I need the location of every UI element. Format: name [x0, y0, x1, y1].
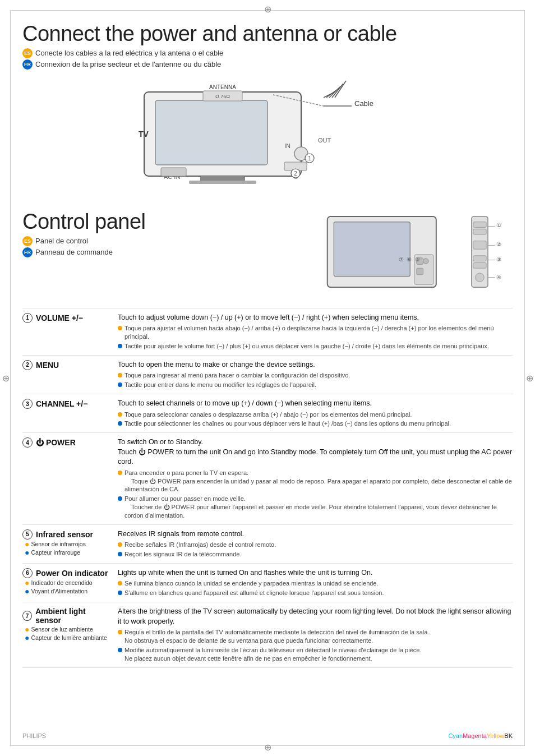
item-desc-es-text-infrared: Recibe señales IR (Infrarrojas) desde el… [124, 541, 276, 549]
item-desc-fr-menu: Tactile pour entrer dans le menu ou modi… [118, 381, 513, 389]
section1-connect-power: Connect the power and antenna or cable E… [22, 22, 513, 70]
item-row-channel: 3 CHANNEL +/− Touch to select channels o… [22, 394, 513, 432]
badge-es: ES [22, 48, 33, 58]
item-desc-es-power: Para encender o para poner la TV en espe… [118, 469, 513, 494]
item-desc-fr-text-volume: Tactile pour ajuster le volume fort (−) … [124, 342, 489, 351]
item-desc-main-infrared: Receives IR signals from remote control. [118, 529, 513, 540]
items-section: 1 VOLUME +/− Touch to adjust volume down… [22, 308, 513, 668]
cp-diagram: ⑦ ⑥ ⑤ ① ② ③ [322, 210, 513, 297]
section2-subtitle-es: ES Panel de control [22, 236, 311, 246]
item-title-infrared: Infrared sensor [36, 530, 93, 539]
item-desc-power-indicator: Lights up white when the unit is turned … [118, 568, 513, 597]
item-label-main-ambient: 7 Ambient light sensor [22, 607, 109, 625]
item-row-power: 4 ⏻ POWER To switch On or to Standby. To… [22, 432, 513, 524]
badge-fr: FR [22, 59, 33, 70]
item-desc-es-volume: Toque para ajustar el volumen hacia abaj… [118, 324, 513, 341]
dot-fr-power-indicator: ● [25, 587, 29, 595]
item-desc-channel: Touch to select channels or to move up (… [118, 399, 513, 428]
svg-point-32 [423, 259, 429, 264]
item-num-4: 4 [22, 437, 33, 448]
cp-text: Control panel ES Panel de control FR Pan… [22, 210, 311, 297]
item-label-main-menu: 2 MENU [22, 360, 109, 370]
item-desc-fr-text-power-indicator: S'allume en blanches quand l'appareil es… [124, 589, 384, 597]
svg-text:③: ③ [496, 256, 501, 262]
item-label-main-volume: 1 VOLUME +/− [22, 313, 109, 323]
reg-mark-right: ⊕ [524, 372, 535, 384]
item-num-3: 3 [22, 399, 33, 409]
bullet-es-power-indicator [118, 581, 122, 586]
section1-subtitle-fr-text: Connexion de la prise secteur et de l'an… [35, 60, 221, 68]
item-num-5: 5 [22, 529, 33, 540]
svg-text:TV: TV [139, 130, 149, 139]
bullet-es-channel [118, 412, 122, 417]
badge-fr-2: FR [22, 247, 33, 257]
svg-rect-38 [473, 222, 486, 227]
color-black: BK [504, 732, 513, 739]
svg-text:1: 1 [308, 155, 311, 162]
item-sub-fr-infrared: ● Capteur infrarouge [22, 548, 109, 556]
svg-text:2: 2 [294, 170, 297, 177]
svg-text:④: ④ [496, 274, 501, 280]
item-num-7: 7 [22, 611, 32, 621]
item-desc-fr-text-power: Pour allumer ou pour passer en mode veil… [124, 495, 513, 520]
item-num-6: 6 [22, 568, 33, 578]
svg-text:⑦: ⑦ [399, 256, 404, 262]
svg-text:⑥: ⑥ [407, 256, 412, 262]
item-sub-fr-ambient: ● Capteur de lumière ambiante [22, 634, 109, 642]
bullet-fr-power-indicator [118, 591, 122, 595]
item-desc-fr-volume: Tactile pour ajuster le volume fort (−) … [118, 342, 513, 351]
item-desc-es-text-volume: Toque para ajustar el volumen hacia abaj… [124, 324, 513, 341]
item-label-menu: 2 MENU [22, 360, 109, 370]
svg-line-11 [332, 84, 343, 98]
item-desc-es-menu: Toque para ingresar al menú para hacer o… [118, 371, 513, 380]
item-sub-es-power-indicator: ● Indicador de encendido [22, 579, 109, 587]
item-label-power: 4 ⏻ POWER [22, 437, 109, 448]
item-desc-infrared: Receives IR signals from remote control.… [118, 529, 513, 559]
section1-subtitle-es: ES Conecte los cables a la red eléctrica… [22, 48, 513, 58]
reg-mark-bottom: ⊕ [262, 741, 273, 753]
section1-subtitle-es-text: Conecte los cables a la red eléctrica y … [35, 49, 223, 57]
color-magenta: Magenta [463, 732, 487, 739]
badge-es-2: ES [22, 236, 33, 246]
item-desc-es-power-indicator: Se ilumina blanco cuando la unidad se en… [118, 579, 513, 588]
item-desc-main-power: To switch On or to Standby. Touch ⏻ POWE… [118, 437, 513, 467]
section2-subtitle-fr-text: Panneau de commande [35, 248, 113, 256]
item-label-volume: 1 VOLUME +/− [22, 313, 109, 323]
bullet-fr-channel [118, 421, 122, 426]
item-desc-fr-text-channel: Tactile pour sélectionner les chaînes ou… [124, 420, 451, 428]
cp-panel-svg: ⑦ ⑥ ⑤ [322, 210, 463, 297]
dot-fr-ambient: ● [25, 634, 29, 642]
svg-rect-16 [161, 168, 186, 176]
item-desc-menu: Touch to open the menu to make or change… [118, 360, 513, 389]
bullet-es-ambient [118, 630, 122, 634]
item-desc-main-menu: Touch to open the menu to make or change… [118, 360, 513, 370]
item-row-menu: 2 MENU Touch to open the menu to make or… [22, 355, 513, 394]
bullet-es-volume [118, 326, 122, 330]
item-desc-main-power-line1: To switch On or to Standby. [118, 438, 203, 446]
item-desc-es-text-ambient: Regula el brillo de la pantalla del TV a… [124, 628, 429, 645]
svg-text:OUT: OUT [318, 137, 331, 144]
item-label-channel: 3 CHANNEL +/− [22, 399, 109, 409]
item-sub-es-infrared: ● Sensor de infrarrojos [22, 540, 109, 548]
item-title-menu: MENU [36, 361, 59, 370]
dot-fr-infrared: ● [25, 548, 29, 556]
svg-text:ANTENNA: ANTENNA [209, 84, 236, 90]
svg-text:⑤: ⑤ [415, 256, 420, 262]
item-desc-es-text-channel: Toque para seleccionar canales o desplaz… [124, 411, 412, 419]
svg-rect-3 [189, 181, 256, 184]
item-desc-es-text-power: Para encender o para poner la TV en espe… [124, 469, 513, 494]
item-desc-main-channel: Touch to select channels or to move up (… [118, 399, 513, 409]
item-label-main-channel: 3 CHANNEL +/− [22, 399, 109, 409]
item-desc-fr-power: Pour allumer ou pour passer en mode veil… [118, 495, 513, 520]
item-desc-main-volume: Touch to adjust volume down (−) / up (+)… [118, 313, 513, 323]
section2-subtitle-fr: FR Panneau de commande [22, 247, 311, 257]
item-desc-fr-ambient: Modifie automatiquement la luminosité de… [118, 646, 513, 663]
reg-mark-top: ⊕ [262, 3, 273, 15]
item-num-1: 1 [22, 313, 33, 323]
svg-rect-42 [473, 241, 486, 249]
item-desc-fr-channel: Tactile pour sélectionner les chaînes ou… [118, 420, 513, 428]
item-desc-ambient: Alters the brightness of the TV screen a… [118, 607, 513, 662]
section1-title: Connect the power and antenna or cable [22, 22, 513, 46]
item-row-power-indicator: 6 Power On indicator ● Indicador de ence… [22, 563, 513, 602]
bullet-fr-volume [118, 344, 122, 348]
